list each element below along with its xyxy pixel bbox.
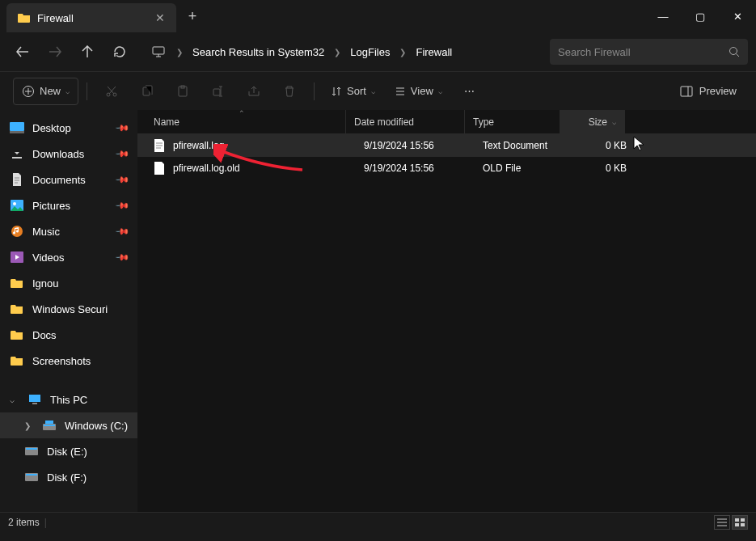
music-icon xyxy=(10,225,24,238)
sidebar-item-docs[interactable]: Docs xyxy=(0,322,137,348)
paste-button[interactable] xyxy=(167,78,199,105)
nav-bar: ❯ Search Results in System32 ❯ LogFiles … xyxy=(0,32,756,71)
pin-icon: 📌 xyxy=(114,197,129,213)
refresh-button[interactable] xyxy=(105,37,134,66)
svg-rect-0 xyxy=(153,47,164,54)
pin-icon: 📌 xyxy=(114,249,129,264)
pin-icon: 📌 xyxy=(114,171,129,187)
address-bar[interactable]: ❯ Search Results in System32 ❯ LogFiles … xyxy=(144,37,540,66)
col-header-size[interactable]: Size⌵ xyxy=(560,110,625,133)
more-button[interactable]: ⋯ xyxy=(454,78,486,105)
new-button[interactable]: New ⌵ xyxy=(13,78,78,105)
chevron-down-icon: ⌵ xyxy=(438,87,442,95)
plus-circle-icon xyxy=(22,85,35,98)
sidebar-item-videos[interactable]: Videos📌 xyxy=(0,244,137,270)
sidebar-item-desktop[interactable]: Desktop📌 xyxy=(0,115,137,141)
pin-icon: 📌 xyxy=(114,120,129,135)
svg-rect-26 xyxy=(741,518,745,522)
pictures-icon xyxy=(10,199,24,212)
sidebar-item-documents[interactable]: Documents📌 xyxy=(0,167,137,192)
preview-icon xyxy=(680,86,693,97)
sidebar-item-windows-c[interactable]: ❯Windows (C:) xyxy=(0,412,137,438)
drive-icon xyxy=(24,445,39,458)
sidebar-item-disk-f[interactable]: Disk (F:) xyxy=(0,464,137,490)
svg-rect-10 xyxy=(10,122,24,131)
chevron-right-icon: ❯ xyxy=(398,48,408,57)
sidebar-item-screenshots[interactable]: Screenshots xyxy=(0,348,137,374)
svg-rect-25 xyxy=(735,518,739,522)
svg-rect-22 xyxy=(26,448,37,450)
view-button[interactable]: View ⌵ xyxy=(386,78,450,105)
folder-icon xyxy=(10,302,24,315)
drive-icon xyxy=(42,419,57,432)
file-row[interactable]: pfirewall.log 9/19/2024 15:56 Text Docum… xyxy=(137,134,756,157)
folder-icon xyxy=(10,328,24,341)
videos-icon xyxy=(10,251,24,264)
chevron-down-icon: ⌵ xyxy=(612,118,616,126)
svg-rect-27 xyxy=(735,523,739,526)
sidebar-item-downloads[interactable]: Downloads📌 xyxy=(0,141,137,167)
breadcrumb-seg2[interactable]: LogFiles xyxy=(344,43,396,61)
tab-title: Firewall xyxy=(37,12,74,24)
svg-rect-20 xyxy=(45,421,53,424)
chevron-right-icon: ❯ xyxy=(332,48,342,57)
sidebar-item-ignou[interactable]: Ignou xyxy=(0,270,137,296)
col-header-type[interactable]: Type xyxy=(465,110,560,133)
close-window-button[interactable]: ✕ xyxy=(719,0,756,32)
svg-rect-16 xyxy=(29,395,40,402)
search-placeholder: Search Firewall xyxy=(558,46,729,58)
sidebar-item-disk-e[interactable]: Disk (E:) xyxy=(0,438,137,464)
file-row[interactable]: pfirewall.log.old 9/19/2024 15:56 OLD Fi… xyxy=(137,157,756,180)
rename-button[interactable] xyxy=(202,78,234,105)
chevron-down-icon: ⌵ xyxy=(65,87,70,95)
pin-icon: 📌 xyxy=(114,146,129,161)
svg-rect-9 xyxy=(681,87,692,96)
sidebar-item-this-pc[interactable]: ⌵This PC xyxy=(0,387,137,412)
folder-icon xyxy=(10,354,24,367)
delete-button[interactable] xyxy=(273,78,306,105)
search-input[interactable]: Search Firewall xyxy=(550,39,748,65)
up-button[interactable] xyxy=(73,37,102,66)
file-icon xyxy=(154,162,167,175)
sidebar-item-windows-security[interactable]: Windows Securi xyxy=(0,296,137,322)
maximize-button[interactable]: ▢ xyxy=(682,0,719,32)
folder-icon xyxy=(10,277,24,290)
title-bar: Firewall ✕ + — ▢ ✕ xyxy=(0,0,756,32)
chevron-right-icon: ❯ xyxy=(175,48,184,57)
back-button[interactable] xyxy=(8,37,37,66)
svg-rect-19 xyxy=(44,425,55,426)
svg-rect-11 xyxy=(10,131,24,133)
sidebar: Desktop📌 Downloads📌 Documents📌 Pictures📌… xyxy=(0,110,137,512)
chevron-down-icon: ⌵ xyxy=(371,87,375,95)
minimize-button[interactable]: — xyxy=(644,0,682,32)
sidebar-item-pictures[interactable]: Pictures📌 xyxy=(0,192,137,218)
pin-icon: 📌 xyxy=(114,223,129,239)
folder-icon xyxy=(18,12,31,23)
forward-button[interactable] xyxy=(40,37,70,66)
svg-rect-8 xyxy=(213,89,220,95)
details-view-button[interactable] xyxy=(714,515,730,530)
new-tab-button[interactable]: + xyxy=(176,0,209,32)
breadcrumb-seg3[interactable]: Firewall xyxy=(409,43,458,61)
file-list: ⌃ Name Date modified Type Size⌵ pfirewal… xyxy=(137,110,756,512)
sort-button[interactable]: Sort ⌵ xyxy=(323,78,383,105)
icons-view-button[interactable] xyxy=(732,515,748,530)
copy-button[interactable] xyxy=(131,78,163,105)
drive-icon xyxy=(24,471,39,484)
share-button[interactable] xyxy=(238,78,270,105)
item-count: 2 items xyxy=(8,517,40,528)
window-tab[interactable]: Firewall ✕ xyxy=(6,3,176,32)
cut-button[interactable] xyxy=(95,78,128,105)
svg-rect-17 xyxy=(32,403,37,404)
sidebar-item-music[interactable]: Music📌 xyxy=(0,218,137,244)
preview-button[interactable]: Preview xyxy=(674,85,743,97)
download-icon xyxy=(10,147,24,160)
svg-point-13 xyxy=(13,202,16,205)
search-icon xyxy=(729,46,740,57)
pc-icon xyxy=(27,393,42,406)
sort-indicator-icon: ⌃ xyxy=(239,109,245,117)
chevron-down-icon: ⌵ xyxy=(10,395,19,404)
close-tab-button[interactable]: ✕ xyxy=(155,11,165,24)
breadcrumb-seg1[interactable]: Search Results in System32 xyxy=(186,43,331,61)
col-header-date[interactable]: Date modified xyxy=(346,110,465,133)
